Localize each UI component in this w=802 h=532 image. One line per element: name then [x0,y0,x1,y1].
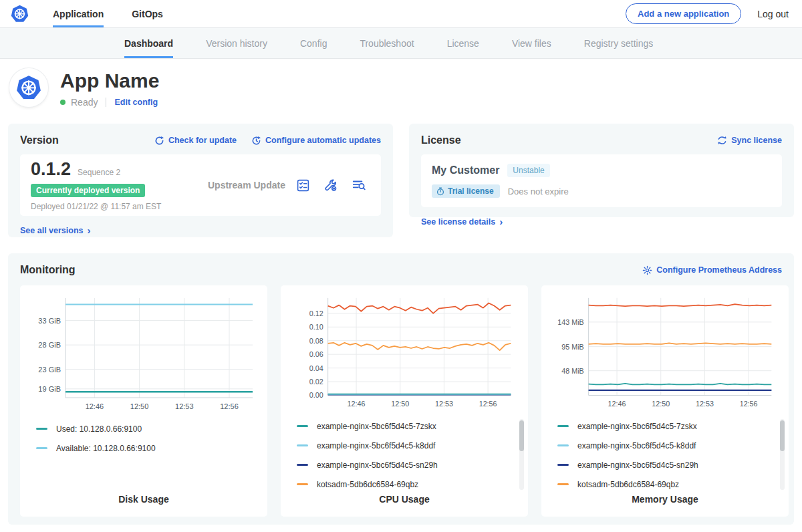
sync-license-link[interactable]: Sync license [717,136,782,145]
legend-label: example-nginx-5bc6f5d4c5-sn29h [577,460,698,470]
deployed-timestamp: Deployed 01/21/22 @ 11:57 am EST [31,202,208,211]
see-all-versions-link[interactable]: See all versions› [20,226,91,235]
subnav-tab-license[interactable]: License [447,28,479,58]
svg-text:12:56: 12:56 [220,402,239,410]
legend-label: example-nginx-5bc6f5d4c5-k8ddf [577,441,696,450]
disk-usage-chart-card: 19 GiB23 GiB28 GiB33 GiB12:4612:5012:531… [20,285,267,517]
page-title: App Name [60,70,159,92]
legend-color-dash [297,444,308,446]
legend-scrollbar-thumb[interactable] [780,420,785,451]
version-sequence: Sequence 2 [78,168,120,177]
cpu-usage-plot: 0.000.020.040.060.080.100.1212:4612:5012… [290,293,519,410]
subnav-tab-registry-settings[interactable]: Registry settings [584,28,653,58]
svg-text:0.10: 0.10 [309,323,323,331]
svg-text:0.12: 0.12 [309,309,323,317]
topnav-tabs: ApplicationGitOps [53,0,163,27]
cpu-usage-chart-card: 0.000.020.040.060.080.100.1212:4612:5012… [281,285,528,517]
app-status: Ready [71,97,98,108]
legend-label: Used: 10.128.0.66:9100 [56,424,142,434]
svg-text:12:56: 12:56 [479,400,497,408]
gear-icon [642,265,652,275]
monitoring-title: Monitoring [20,264,76,276]
subnav-tab-version-history[interactable]: Version history [206,28,267,58]
channel-badge: Unstable [507,164,549,177]
configure-automatic-updates-link[interactable]: Configure automatic updates [251,136,381,146]
legend-scrollbar-track[interactable] [780,419,785,490]
subnav-tab-config[interactable]: Config [300,28,327,58]
svg-text:0.00: 0.00 [309,391,323,399]
legend-item: kotsadm-5db6dc6584-69qbz [297,475,517,494]
legend-item: example-nginx-5bc6f5d4c5-sn29h [557,455,778,475]
view-diff-logs-icon[interactable] [352,178,366,192]
legend-label: kotsadm-5db6dc6584-69qbz [577,480,679,489]
legend-label: example-nginx-5bc6f5d4c5-7zskx [317,422,436,431]
memory-usage-legend: example-nginx-5bc6f5d4c5-7zskxexample-ng… [551,410,779,494]
legend-color-dash [557,444,569,446]
topnav-spacer [163,0,626,27]
disk-usage-legend: Used: 10.128.0.66:9100Available: 10.128.… [29,412,258,494]
add-new-application-button[interactable]: Add a new application [626,3,741,24]
topnav-tab-gitops[interactable]: GitOps [132,0,163,27]
legend-color-dash [36,447,47,449]
svg-text:0.08: 0.08 [309,337,323,345]
subnav-tab-troubleshoot[interactable]: Troubleshoot [360,28,414,58]
monitoring-section: Monitoring Configure Prometheus Address … [8,253,794,525]
svg-text:12:53: 12:53 [435,400,453,408]
svg-text:12:50: 12:50 [652,400,670,408]
svg-text:0.04: 0.04 [309,364,323,372]
logout-button[interactable]: Log out [757,9,789,19]
svg-text:12:53: 12:53 [696,400,714,408]
topnav-tab-application[interactable]: Application [53,0,104,27]
legend-color-dash [557,464,569,466]
legend-item: example-nginx-5bc6f5d4c5-sn29h [297,455,517,475]
svg-text:12:50: 12:50 [391,400,409,408]
legend-color-dash [557,483,569,485]
config-wrench-icon[interactable] [323,178,338,192]
svg-text:19 GiB: 19 GiB [38,385,61,393]
kubernetes-logo-icon [11,0,29,27]
refresh-icon [154,136,164,146]
divider [106,98,106,107]
legend-label: Available: 10.128.0.66:9100 [56,444,156,453]
svg-text:48 MiB: 48 MiB [561,367,583,375]
stopwatch-icon [436,187,444,196]
svg-text:0.02: 0.02 [309,378,323,386]
svg-text:12:46: 12:46 [86,402,104,410]
legend-color-dash [297,464,308,466]
svg-text:12:53: 12:53 [175,402,194,410]
license-card-title: License [421,134,461,146]
legend-item: Used: 10.128.0.66:9100 [36,419,257,438]
memory-usage-chart-title: Memory Usage [551,494,779,507]
version-number: 0.1.2 [31,159,71,180]
edit-config-link[interactable]: Edit config [114,98,158,107]
app-avatar-kubernetes-icon [9,68,48,107]
ready-status-dot [60,100,65,105]
see-license-details-link[interactable]: See license details› [421,217,503,227]
check-for-update-link[interactable]: Check for update [154,136,237,146]
configure-prometheus-link[interactable]: Configure Prometheus Address [642,265,782,275]
preflight-checks-icon[interactable] [296,178,310,192]
customer-name: My Customer [432,164,499,176]
license-expiry: Does not expire [508,186,569,196]
svg-text:33 GiB: 33 GiB [38,317,61,325]
subnav-tab-view-files[interactable]: View files [512,28,551,58]
legend-item: example-nginx-5bc6f5d4c5-7zskx [557,416,778,436]
app-header: App Name Ready Edit config [0,59,802,120]
sync-icon [717,136,727,145]
legend-item: example-nginx-5bc6f5d4c5-7zskx [297,416,517,436]
disk-usage-plot: 19 GiB23 GiB28 GiB33 GiB12:4612:5012:531… [29,293,258,412]
disk-usage-chart-title: Disk Usage [29,494,258,507]
svg-text:0.06: 0.06 [309,350,323,358]
legend-scrollbar-thumb[interactable] [519,420,524,451]
currently-deployed-badge: Currently deployed version [31,184,145,197]
trial-license-badge: Trial license [432,184,500,198]
version-card-title: Version [20,134,59,146]
subnav-tab-dashboard[interactable]: Dashboard [124,28,173,58]
memory-usage-chart-card: 48 MiB95 MiB143 MiB12:4612:5012:5312:56e… [541,285,789,517]
svg-text:143 MiB: 143 MiB [557,318,583,326]
legend-label: example-nginx-5bc6f5d4c5-sn29h [317,460,438,470]
svg-text:12:50: 12:50 [130,402,149,410]
legend-scrollbar-track[interactable] [519,419,524,490]
legend-color-dash [297,483,308,485]
legend-color-dash [297,425,308,427]
